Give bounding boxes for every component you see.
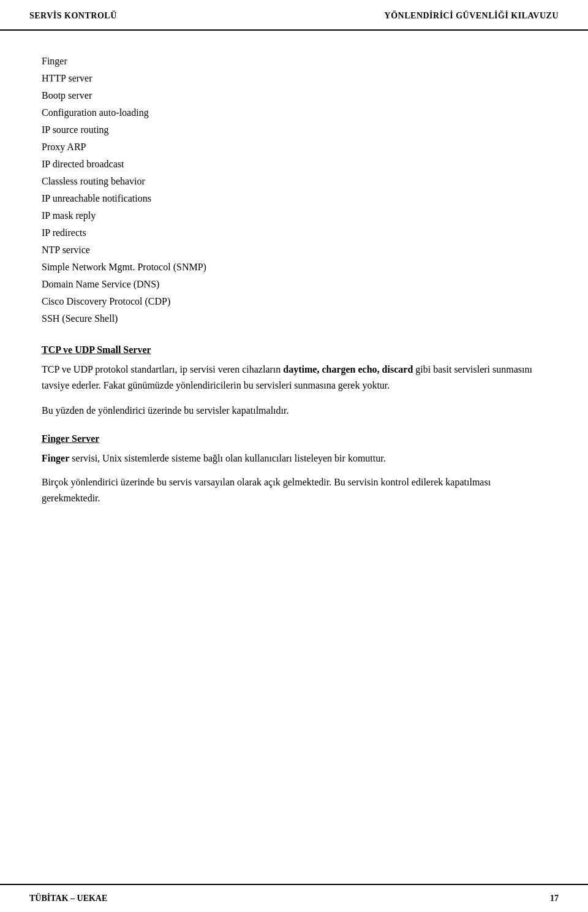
- list-item: Domain Name Service (DNS): [42, 276, 546, 293]
- page-footer: TÜBİTAK – UEKAE 17: [0, 884, 588, 912]
- list-item: IP redirects: [42, 224, 546, 241]
- list-item: Configuration auto-loading: [42, 104, 546, 121]
- tcp-udp-section: TCP ve UDP Small Server TCP ve UDP proto…: [42, 344, 546, 419]
- page-header: SERVİS KONTROLÜ YÖNLENDİRİCİ GÜVENLİĞİ K…: [0, 0, 588, 31]
- list-item: NTP service: [42, 241, 546, 259]
- finger-server-section: Finger Server Finger servisi, Unix siste…: [42, 433, 546, 506]
- finger-paragraph-2: Birçok yönlendirici üzerinde bu servis v…: [42, 474, 546, 507]
- tcp-paragraph-1: TCP ve UDP protokol standartları, ip ser…: [42, 362, 546, 394]
- list-item: IP mask reply: [42, 207, 546, 224]
- list-item: SSH (Secure Shell): [42, 310, 546, 327]
- finger-bold-term: Finger: [42, 453, 69, 463]
- list-item: Classless routing behavior: [42, 173, 546, 190]
- header-right-title: YÖNLENDİRİCİ GÜVENLİĞİ KILAVUZU: [385, 11, 559, 21]
- bold-term-chargen: chargen: [322, 364, 355, 374]
- list-item: IP unreachable notifications: [42, 190, 546, 207]
- bold-term-daytime: daytime,: [283, 364, 319, 374]
- finger-paragraph-1: Finger servisi, Unix sistemlerde sisteme…: [42, 450, 546, 466]
- footer-left: TÜBİTAK – UEKAE: [29, 894, 107, 903]
- service-bullet-list: Finger HTTP server Bootp server Configur…: [42, 53, 546, 327]
- bold-term-discard: discard: [382, 364, 413, 374]
- bold-term-echo: echo,: [358, 364, 380, 374]
- list-item: IP source routing: [42, 121, 546, 139]
- list-item: Simple Network Mgmt. Protocol (SNMP): [42, 259, 546, 276]
- list-item: Proxy ARP: [42, 139, 546, 156]
- list-item: HTTP server: [42, 70, 546, 87]
- page-content: Finger HTTP server Bootp server Configur…: [0, 31, 588, 563]
- tcp-paragraph-3: Bu yüzden de yönlendirici üzerinde bu se…: [42, 403, 546, 419]
- header-left-title: SERVİS KONTROLÜ: [29, 11, 117, 21]
- list-item: IP directed broadcast: [42, 156, 546, 173]
- tcp-heading: TCP ve UDP Small Server: [42, 344, 546, 355]
- finger-paragraph-1-rest: servisi, Unix sistemlerde sisteme bağlı …: [69, 453, 385, 463]
- list-item: Finger: [42, 53, 546, 70]
- list-item: Bootp server: [42, 87, 546, 104]
- tcp-paragraph-2-inline: Fakat günümüzde yönlendiricilerin bu ser…: [104, 380, 390, 390]
- page-number: 17: [550, 894, 559, 903]
- finger-heading: Finger Server: [42, 433, 546, 444]
- list-item: Cisco Discovery Protocol (CDP): [42, 293, 546, 310]
